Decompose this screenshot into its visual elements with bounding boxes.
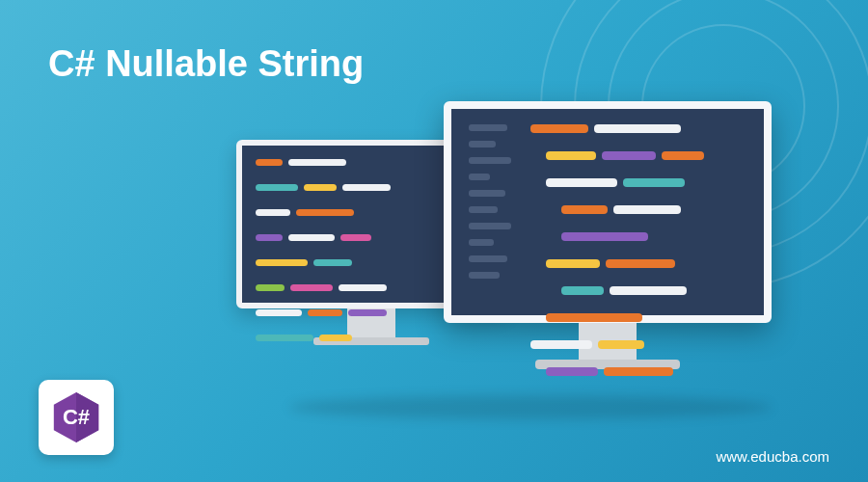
logo-text: C# <box>63 405 90 430</box>
csharp-logo-icon: C# <box>48 389 104 445</box>
monitor-shadow <box>289 395 772 419</box>
language-logo-badge: C# <box>39 380 114 455</box>
code-main <box>530 124 746 300</box>
website-url: www.educba.com <box>716 448 829 465</box>
page-title: C# Nullable String <box>48 43 364 85</box>
code-sidebar <box>469 124 517 300</box>
front-monitor <box>444 101 772 371</box>
front-monitor-screen <box>444 101 772 323</box>
